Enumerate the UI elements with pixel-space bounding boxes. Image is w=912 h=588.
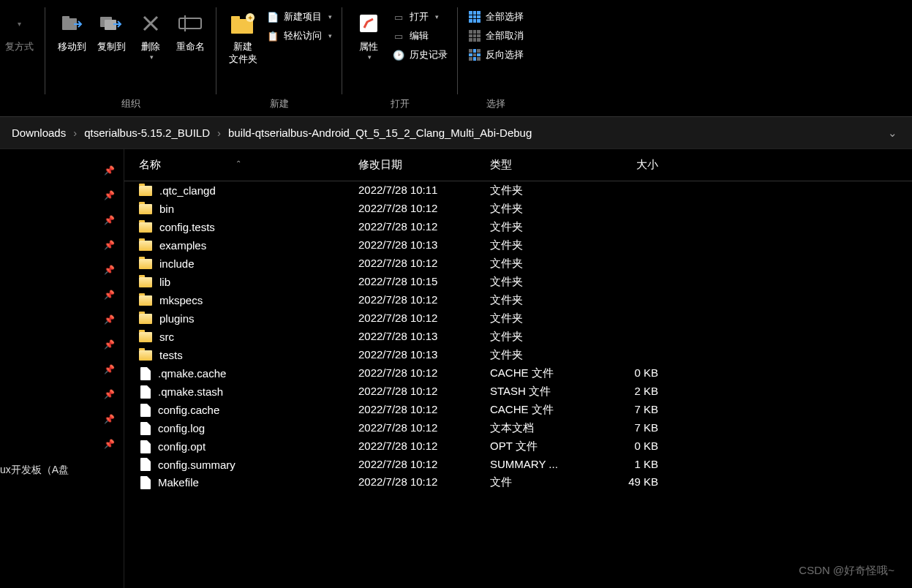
ribbon-group-organize: 移动到 复制到 删除▾ 重命名 组织 xyxy=(45,0,216,116)
file-row[interactable]: plugins2022/7/28 10:12文件夹 xyxy=(124,309,912,328)
file-row[interactable]: .qtc_clangd2022/7/28 10:11文件夹 xyxy=(124,181,912,200)
file-row[interactable]: examples2022/7/28 10:13文件夹 xyxy=(124,236,912,255)
sidebar-quick-access-item[interactable]: 📌 xyxy=(0,233,124,257)
sidebar-quick-access-item[interactable]: 📌 xyxy=(0,357,124,382)
properties-icon xyxy=(354,9,383,38)
file-row[interactable]: config.tests2022/7/28 10:12文件夹 xyxy=(124,218,912,236)
file-size xyxy=(600,312,673,325)
file-row[interactable]: lib2022/7/28 10:15文件夹 xyxy=(124,273,912,291)
copy-to-button[interactable]: 复制到 xyxy=(92,6,130,56)
breadcrumb-segment[interactable]: qtserialbus-5.15.2_BUILD xyxy=(81,127,213,139)
chevron-right-icon: › xyxy=(213,127,225,139)
sidebar-quick-access-item[interactable]: 📌 xyxy=(0,257,124,282)
easy-access-menu[interactable]: 📋 轻松访问 ▾ xyxy=(263,28,335,44)
sidebar-quick-access-item[interactable]: 📌 xyxy=(0,307,124,332)
sidebar-quick-access-item[interactable]: 📌 xyxy=(0,208,124,233)
sidebar-quick-access-item[interactable]: 📌 xyxy=(0,183,124,208)
file-date: 2022/7/28 10:12 xyxy=(358,458,490,471)
easy-access-icon: 📋 xyxy=(266,29,279,42)
file-type: 文件夹 xyxy=(490,220,600,234)
file-name: config.tests xyxy=(159,221,215,233)
sidebar-item-label: ux开发板（A盘 xyxy=(0,464,69,477)
file-size xyxy=(600,330,673,344)
file-name: config.cache xyxy=(158,404,219,416)
file-type: 文件夹 xyxy=(490,238,600,252)
file-row[interactable]: config.summary2022/7/28 10:12SUMMARY ...… xyxy=(124,456,912,473)
file-type: CACHE 文件 xyxy=(490,366,600,380)
breadcrumb[interactable]: Downloads › qtserialbus-5.15.2_BUILD › b… xyxy=(0,117,912,149)
file-size xyxy=(600,275,673,289)
open-menu[interactable]: ▭ 打开 ▾ xyxy=(389,9,451,25)
invert-selection-button[interactable]: 反向选择 xyxy=(465,47,527,63)
clipboard-mode-button[interactable]: ▾ 复方式 xyxy=(0,6,38,56)
ribbon-group-open: 属性▾ ▭ 打开 ▾ ▭ 编辑 🕑 历史记录 打开 xyxy=(342,0,458,116)
file-row[interactable]: config.cache2022/7/28 10:12CACHE 文件7 KB xyxy=(124,401,912,419)
file-row[interactable]: tests2022/7/28 10:13文件夹 xyxy=(124,346,912,364)
file-type: OPT 文件 xyxy=(490,440,600,453)
breadcrumb-segment[interactable]: Downloads xyxy=(9,127,69,139)
group-label-open: 打开 xyxy=(350,93,451,116)
chevron-down-icon: ▾ xyxy=(18,20,21,28)
column-header-type[interactable]: 类型 xyxy=(490,158,600,172)
select-none-button[interactable]: 全部取消 xyxy=(465,28,527,44)
file-icon xyxy=(140,476,151,489)
file-name: mkspecs xyxy=(159,294,203,306)
sidebar-quick-access-item[interactable]: 📌 xyxy=(0,407,124,431)
file-name: include xyxy=(159,257,195,270)
pin-icon: 📌 xyxy=(104,240,115,250)
file-date: 2022/7/28 10:12 xyxy=(358,293,490,307)
svg-rect-10 xyxy=(360,15,377,32)
breadcrumb-segment[interactable]: build-qtserialbus-Android_Qt_5_15_2_Clan… xyxy=(225,127,535,139)
select-all-button[interactable]: 全部选择 xyxy=(465,9,527,25)
file-name: bin xyxy=(159,203,174,215)
file-row[interactable]: include2022/7/28 10:12文件夹 xyxy=(124,255,912,273)
file-row[interactable]: config.log2022/7/28 10:12文本文档7 KB xyxy=(124,419,912,437)
move-to-button[interactable]: 移动到 xyxy=(53,6,91,56)
folder-icon xyxy=(139,186,152,196)
sidebar-quick-access-item[interactable]: 📌 xyxy=(0,332,124,357)
file-icon xyxy=(140,385,151,399)
invert-selection-icon xyxy=(468,48,481,61)
sidebar-quick-access-item[interactable]: 📌 xyxy=(0,158,124,183)
file-size: 49 KB xyxy=(600,475,673,489)
column-header-name[interactable]: 名称 ⌃ xyxy=(124,158,358,172)
file-size: 7 KB xyxy=(600,403,673,417)
file-row[interactable]: config.opt2022/7/28 10:12OPT 文件0 KB xyxy=(124,437,912,456)
rename-button[interactable]: 重命名 xyxy=(171,6,209,56)
new-folder-button[interactable]: ✦ 新建 文件夹 xyxy=(224,6,262,69)
history-icon: 🕑 xyxy=(392,48,405,61)
file-row[interactable]: Makefile2022/7/28 10:12文件49 KB xyxy=(124,473,912,491)
file-size xyxy=(600,220,673,234)
pin-icon: 📌 xyxy=(104,314,115,325)
svg-rect-4 xyxy=(179,18,201,29)
file-type: 文件夹 xyxy=(490,257,600,271)
chevron-down-icon: ▾ xyxy=(368,53,372,61)
file-row[interactable]: src2022/7/28 10:13文件夹 xyxy=(124,328,912,346)
file-type: 文件夹 xyxy=(490,293,600,307)
pin-icon: 📌 xyxy=(104,215,115,225)
sidebar-devboard-item[interactable]: ux开发板（A盘 xyxy=(0,456,124,484)
file-row[interactable]: .qmake.cache2022/7/28 10:12CACHE 文件0 KB xyxy=(124,364,912,382)
edit-button[interactable]: ▭ 编辑 xyxy=(389,28,451,44)
delete-button[interactable]: 删除▾ xyxy=(132,6,170,64)
select-none-icon xyxy=(468,29,481,42)
column-header-date[interactable]: 修改日期 xyxy=(358,158,490,172)
file-row[interactable]: .qmake.stash2022/7/28 10:12STASH 文件2 KB xyxy=(124,382,912,401)
chevron-down-icon: ▾ xyxy=(328,13,332,20)
history-button[interactable]: 🕑 历史记录 xyxy=(389,47,451,63)
file-date: 2022/7/28 10:12 xyxy=(358,312,490,325)
folder-icon xyxy=(139,314,152,324)
copy-to-icon xyxy=(97,9,126,38)
sidebar-quick-access-item[interactable]: 📌 xyxy=(0,282,124,307)
sidebar-quick-access-item[interactable]: 📌 xyxy=(0,431,124,456)
file-row[interactable]: bin2022/7/28 10:12文件夹 xyxy=(124,200,912,218)
new-item-menu[interactable]: 📄 新建项目 ▾ xyxy=(263,9,335,25)
breadcrumb-dropdown[interactable]: ⌄ xyxy=(882,127,903,140)
sidebar-quick-access-item[interactable]: 📌 xyxy=(0,382,124,407)
file-size: 1 KB xyxy=(600,458,673,471)
column-header-size[interactable]: 大小 xyxy=(600,158,673,172)
properties-button[interactable]: 属性▾ xyxy=(350,6,388,64)
file-row[interactable]: mkspecs2022/7/28 10:12文件夹 xyxy=(124,291,912,309)
file-name: src xyxy=(159,331,174,343)
folder-icon xyxy=(139,222,152,233)
